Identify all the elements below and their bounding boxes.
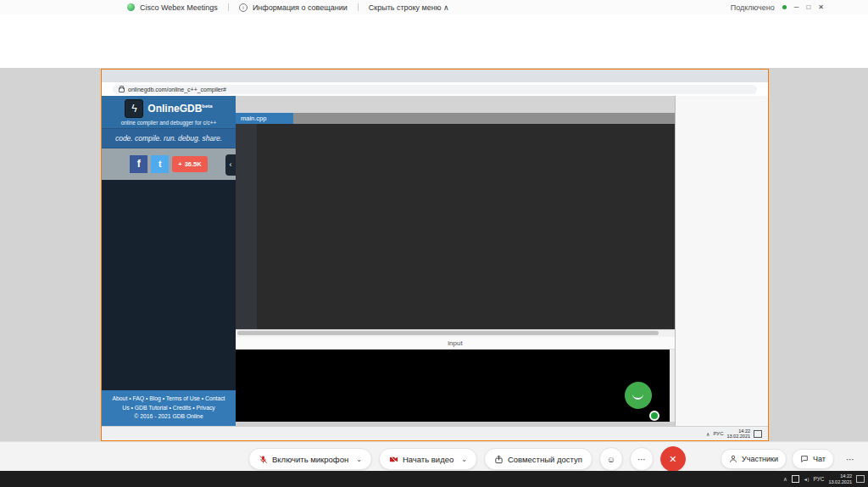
participants-button[interactable]: Участники xyxy=(721,449,787,469)
tray-chevron-icon[interactable]: ∧ xyxy=(706,431,709,437)
share-screen-icon xyxy=(494,455,504,464)
console-scrollbar[interactable] xyxy=(670,350,675,422)
language-indicator[interactable]: РУС xyxy=(713,431,723,436)
onlinegdb-header: ϟ OnlineGDBbeta online compiler and debu… xyxy=(102,96,236,128)
browser-urlbar: onlinegdb.com/online_c++_compiler# xyxy=(102,82,768,97)
shared-system-tray: ∧ РУС 14:22 13.02.2021 xyxy=(706,428,762,439)
shared-screen-stage: onlinegdb.com/online_c++_compiler# ϟ Onl… xyxy=(0,68,868,441)
language-indicator[interactable]: РУС xyxy=(813,476,824,482)
chevron-down-icon[interactable]: ⌄ xyxy=(356,456,362,463)
more-options-button[interactable]: ⋯ xyxy=(630,447,654,471)
divider xyxy=(228,3,229,11)
meeting-info-link[interactable]: Информация о совещании xyxy=(253,3,348,12)
connection-dot-icon xyxy=(782,5,787,9)
clock[interactable]: 14:22 13.02.2021 xyxy=(726,428,750,439)
close-button[interactable]: ✕ xyxy=(818,3,824,11)
address-bar[interactable]: onlinegdb.com/online_c++_compiler# xyxy=(113,85,757,94)
reactions-button[interactable]: ☺ xyxy=(599,447,623,471)
console-input-bar: input xyxy=(236,337,675,350)
sidebar-filler xyxy=(102,180,236,390)
file-tabbar: main.cpp xyxy=(236,113,675,124)
connection-status: Подключено xyxy=(731,3,775,12)
maximize-button[interactable]: □ xyxy=(806,3,810,11)
code-area[interactable] xyxy=(257,124,675,329)
webex-titlebar: Cisco Webex Meetings i Информация о сове… xyxy=(0,0,868,15)
webex-logo-icon xyxy=(127,3,135,11)
feedback-bubble-button[interactable] xyxy=(625,382,652,409)
share-indicator-dot xyxy=(649,411,659,421)
notification-center-icon[interactable] xyxy=(856,475,865,483)
system-tray: ∧ ◄) РУС 14:22 13.02.2021 xyxy=(783,473,865,484)
panel-more-button[interactable]: ⋯ xyxy=(839,448,861,470)
url-text: onlinegdb.com/online_c++_compiler# xyxy=(128,87,226,92)
divider xyxy=(358,3,359,11)
hide-menu-link[interactable]: Скрыть строку меню ∧ xyxy=(369,3,449,12)
screen: Cisco Webex Meetings i Информация о сове… xyxy=(0,0,868,487)
shared-browser-window: onlinegdb.com/online_c++_compiler# ϟ Onl… xyxy=(101,69,769,441)
info-icon: i xyxy=(239,3,248,12)
brand-tagline: code. compile. run. debug. share. xyxy=(102,128,236,148)
file-tab-main-cpp[interactable]: main.cpp xyxy=(236,113,293,124)
chat-label: Чат xyxy=(813,455,826,463)
participant-strip xyxy=(0,26,868,68)
twitter-icon[interactable]: t xyxy=(151,155,169,173)
chevron-down-icon[interactable]: ⌄ xyxy=(461,456,467,463)
share-content-button[interactable]: Совместный доступ xyxy=(484,448,593,470)
start-video-button[interactable]: Начать видео ⌄ xyxy=(379,448,477,470)
leave-meeting-button[interactable]: ✕ xyxy=(660,446,686,472)
unmute-label: Включить микрофон xyxy=(272,455,348,464)
debugger-panel xyxy=(675,96,768,427)
notification-center-icon[interactable] xyxy=(754,430,762,438)
clock[interactable]: 14:22 13.02.2021 xyxy=(828,473,852,484)
footer-links[interactable]: About • FAQ • Blog • Terms of Use • Cont… xyxy=(109,395,228,412)
volume-icon[interactable]: ◄) xyxy=(804,477,810,482)
https-lock-icon xyxy=(119,87,125,92)
shared-screen-taskbar: ∧ РУС 14:22 13.02.2021 xyxy=(102,426,768,440)
brand-subtitle: online compiler and debugger for c/c++ xyxy=(102,120,236,126)
participants-icon xyxy=(729,455,737,463)
input-label: input xyxy=(240,339,670,347)
chat-button[interactable]: Чат xyxy=(792,449,834,469)
brand-name: OnlineGDBbeta xyxy=(147,103,212,115)
network-icon[interactable] xyxy=(792,475,799,483)
app-title: Cisco Webex Meetings xyxy=(140,3,218,12)
onlinegdb-sidebar: ϟ OnlineGDBbeta online compiler and debu… xyxy=(102,96,236,427)
start-video-label: Начать видео xyxy=(403,455,453,464)
share-count: 36.5K xyxy=(185,160,202,168)
program-console[interactable] xyxy=(236,350,675,422)
scrollbar-thumb[interactable] xyxy=(237,331,659,335)
webex-control-bar: Включить микрофон ⌄ Начать видео ⌄ Совме… xyxy=(0,441,868,472)
tray-chevron-icon[interactable]: ∧ xyxy=(783,476,787,483)
footer-copyright: © 2016 - 2021 GDB Online xyxy=(109,412,228,422)
editor-column: main.cpp input xyxy=(236,96,675,427)
ide-toolbar xyxy=(236,96,675,113)
sidebar-collapse-button[interactable]: ‹ xyxy=(225,154,236,176)
plus-icon: + xyxy=(178,160,181,168)
browser-tabstrip xyxy=(102,70,768,82)
share-content-label: Совместный доступ xyxy=(508,455,582,464)
social-row: f t + 36.5K ‹ xyxy=(102,148,236,180)
participants-label: Участники xyxy=(742,455,778,463)
camera-off-icon xyxy=(389,455,398,464)
sidebar-footer: About • FAQ • Blog • Terms of Use • Cont… xyxy=(102,390,236,427)
code-editor[interactable] xyxy=(236,124,675,329)
mic-muted-icon xyxy=(259,455,268,464)
chat-icon xyxy=(800,455,809,463)
share-count-button[interactable]: + 36.5K xyxy=(172,156,207,172)
horizontal-scrollbar[interactable] xyxy=(236,329,675,337)
windows-taskbar: ∧ ◄) РУС 14:22 13.02.2021 xyxy=(0,471,868,487)
webex-menubar xyxy=(0,14,868,26)
minimize-button[interactable]: ─ xyxy=(794,3,799,11)
facebook-icon[interactable]: f xyxy=(130,155,147,173)
unmute-button[interactable]: Включить микрофон ⌄ xyxy=(248,448,372,470)
line-number-gutter xyxy=(236,124,257,329)
onlinegdb-logo-icon: ϟ xyxy=(125,99,143,118)
